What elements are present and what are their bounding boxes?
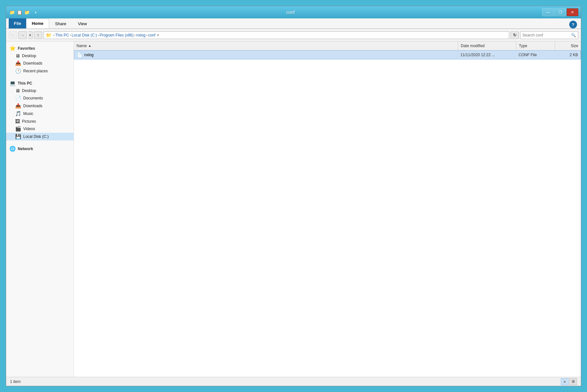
downloads-fav-icon: 📥: [15, 60, 21, 66]
local-disk-label: Local Disk (C:): [23, 134, 49, 139]
file-name-cell: 📄 nxlog: [74, 52, 458, 57]
window-title: conf: [39, 10, 542, 15]
crumb-program-files[interactable]: Program Files (x86): [99, 33, 133, 37]
sidebar-section-this-pc[interactable]: 💻 This PC: [6, 79, 74, 87]
crumb-nxlog[interactable]: nxlog: [136, 33, 146, 37]
desktop-pc-label: Desktop: [22, 88, 36, 93]
col-header-name[interactable]: Name ▲: [74, 41, 458, 50]
col-header-date[interactable]: Date modified: [458, 41, 516, 50]
toolbar-icon-1: 📁: [9, 9, 15, 15]
documents-icon: 📄: [15, 95, 21, 101]
address-dropdown-btn[interactable]: ▾: [157, 33, 159, 37]
col-header-type[interactable]: Type: [516, 41, 555, 50]
details-view-button[interactable]: ≡: [561, 378, 569, 385]
help-button[interactable]: ?: [569, 21, 577, 28]
back-icon: ←: [11, 33, 15, 37]
ribbon-tab-bar: File Home Share View ?: [6, 18, 581, 29]
sidebar-section-favorites[interactable]: ⭐ Favorites: [6, 44, 74, 52]
music-label: Music: [23, 111, 33, 116]
forward-button[interactable]: →: [18, 31, 27, 39]
this-pc-label: This PC: [18, 81, 32, 86]
maximize-button[interactable]: ❐: [554, 8, 566, 16]
back-button[interactable]: ←: [9, 31, 17, 39]
pictures-label: Pictures: [22, 119, 36, 124]
downloads-pc-icon: 📥: [15, 103, 21, 109]
desktop-fav-icon: 🖥: [15, 53, 20, 58]
address-bar-area: ← → ▾ ↑ 📁 › This PC › Local Disk (C:) › …: [6, 29, 581, 41]
minimize-button[interactable]: —: [542, 8, 554, 16]
downloads-pc-label: Downloads: [23, 104, 42, 108]
desktop-pc-icon: 🖥: [15, 88, 20, 93]
videos-label: Videos: [23, 127, 35, 131]
search-input[interactable]: [522, 33, 571, 37]
col-type-label: Type: [519, 44, 527, 48]
downloads-fav-label: Downloads: [23, 61, 42, 66]
tab-view[interactable]: View: [72, 18, 92, 28]
sidebar-section-network[interactable]: 🌐 Network: [6, 144, 74, 152]
tab-share[interactable]: Share: [50, 18, 72, 28]
tab-file[interactable]: File: [9, 18, 26, 28]
col-size-label: Size: [571, 44, 578, 48]
file-type-cell: CONF File: [516, 53, 555, 57]
tab-home[interactable]: Home: [26, 18, 49, 28]
videos-icon: 🎬: [15, 126, 21, 132]
main-content: ⭐ Favorites 🖥 Desktop 📥 Downloads 🕐 Rece…: [6, 41, 581, 377]
details-view-icon: ≡: [564, 380, 566, 384]
column-header-row: Name ▲ Date modified Type Size: [74, 41, 581, 50]
sidebar-item-videos[interactable]: 🎬 Videos: [6, 125, 74, 133]
sidebar-item-local-disk[interactable]: 💾 Local Disk (C:): [6, 133, 74, 140]
sidebar-item-desktop-pc[interactable]: 🖥 Desktop: [6, 87, 74, 94]
local-disk-icon: 💾: [15, 134, 21, 139]
large-icons-view-button[interactable]: ⊞: [569, 378, 577, 385]
file-size-cell: 2 KB: [555, 53, 581, 57]
file-date-cell: 11/11/2020 12:22 ...: [458, 53, 516, 57]
address-folder-icon: 📁: [46, 33, 51, 38]
file-list: 📄 nxlog 11/11/2020 12:22 ... CONF File 2…: [74, 50, 581, 377]
col-name-label: Name: [77, 44, 87, 48]
recent-places-label: Recent places: [23, 69, 48, 73]
col-header-size[interactable]: Size: [555, 41, 581, 50]
sort-arrow-icon: ▲: [88, 44, 91, 47]
favorites-icon: ⭐: [9, 45, 16, 51]
search-icon[interactable]: 🔍: [571, 33, 576, 37]
sidebar: ⭐ Favorites 🖥 Desktop 📥 Downloads 🕐 Rece…: [6, 41, 74, 377]
col-date-label: Date modified: [461, 44, 485, 48]
refresh-button[interactable]: ↻: [510, 31, 519, 39]
search-box: 🔍: [520, 31, 578, 39]
sidebar-item-downloads-fav[interactable]: 📥 Downloads: [6, 59, 74, 67]
status-bar: 1 item ≡ ⊞: [6, 377, 581, 386]
toolbar-dropdown[interactable]: ▾: [32, 9, 39, 15]
network-label: Network: [18, 147, 33, 151]
favorites-label: Favorites: [18, 46, 35, 51]
music-icon: 🎵: [15, 111, 21, 117]
sidebar-item-pictures[interactable]: 🖼 Pictures: [6, 118, 74, 125]
ribbon: File Home Share View ?: [6, 18, 581, 29]
recent-places-icon: 🕐: [15, 68, 21, 74]
file-row-nxlog[interactable]: 📄 nxlog 11/11/2020 12:22 ... CONF File 2…: [74, 50, 581, 59]
title-bar: 📁 📋 📁 ▾ conf — ❐ ✕: [6, 6, 581, 18]
address-bar[interactable]: 📁 › This PC › Local Disk (C:) › Program …: [44, 31, 509, 39]
sidebar-item-downloads-pc[interactable]: 📥 Downloads: [6, 102, 74, 110]
crumb-local-disk[interactable]: Local Disk (C:): [72, 33, 97, 37]
this-pc-icon: 💻: [9, 80, 16, 86]
crumb-conf[interactable]: conf: [148, 33, 155, 37]
crumb-this-pc[interactable]: This PC: [55, 33, 69, 37]
toolbar-icon-2: 📋: [16, 9, 23, 15]
sidebar-item-music[interactable]: 🎵 Music: [6, 110, 74, 118]
toolbar-icon-3: 📁: [24, 9, 30, 15]
item-count: 1 item: [10, 379, 21, 384]
sidebar-item-recent-places[interactable]: 🕐 Recent places: [6, 67, 74, 75]
view-buttons: ≡ ⊞: [561, 378, 577, 385]
title-bar-icons: 📁 📋 📁 ▾: [9, 9, 39, 15]
large-icons-view-icon: ⊞: [572, 379, 575, 384]
sidebar-item-desktop-fav[interactable]: 🖥 Desktop: [6, 52, 74, 59]
explorer-window: 📁 📋 📁 ▾ conf — ❐ ✕ File Home Share View …: [6, 6, 581, 386]
network-icon: 🌐: [9, 146, 16, 152]
documents-label: Documents: [23, 96, 43, 100]
up-button[interactable]: ↑: [34, 31, 42, 39]
nav-history-dropdown[interactable]: ▾: [28, 31, 33, 39]
close-button[interactable]: ✕: [567, 8, 578, 16]
sidebar-item-documents[interactable]: 📄 Documents: [6, 94, 74, 102]
pictures-icon: 🖼: [15, 119, 20, 124]
file-name-label: nxlog: [84, 53, 94, 57]
